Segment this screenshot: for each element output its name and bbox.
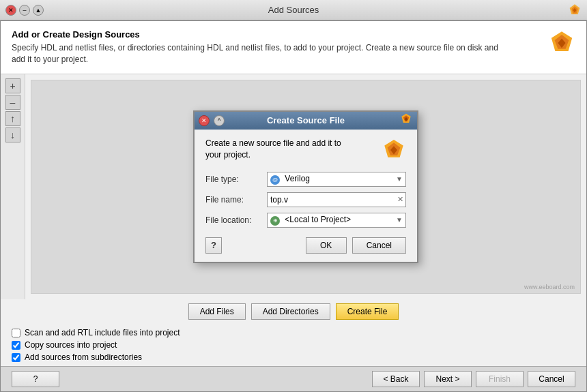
scan-rtl-row: Scan and add RTL include files into proj… [12, 328, 575, 337]
file-type-value: Verilog [285, 174, 310, 183]
file-type-control: @ Verilog ▼ [267, 172, 406, 187]
close-button[interactable]: ✕ [5, 5, 16, 16]
bottom-right-buttons: < Back Next > Finish Cancel [372, 371, 575, 387]
file-type-select[interactable]: @ Verilog ▼ [267, 172, 406, 187]
create-source-dialog: ✕ ^ Create Source File [193, 110, 418, 263]
verilog-icon: @ [270, 175, 280, 185]
file-location-select[interactable]: ⊕ <Local to Project> ▼ [267, 213, 406, 228]
dialog-description-text: Create a new source file and add it to y… [205, 138, 356, 161]
remove-file-toolbar-button[interactable]: – [5, 95, 20, 110]
file-name-row: File name: ✕ [205, 192, 406, 207]
dialog-med-logo [382, 138, 406, 162]
dialog-close-button[interactable]: ✕ [199, 115, 210, 126]
dialog-minimize-button[interactable]: ^ [214, 115, 225, 126]
content-area: + – ↑ ↓ www.eeboard.com ✕ ^ Create Sourc… [1, 74, 586, 299]
file-location-label: File location: [205, 215, 267, 225]
finish-button[interactable]: Finish [476, 371, 524, 387]
bottom-help-button[interactable]: ? [12, 371, 59, 387]
copy-sources-checkbox[interactable] [12, 341, 20, 350]
file-name-clear-button[interactable]: ✕ [395, 194, 405, 205]
header-logo [548, 29, 575, 57]
dialog-buttons: ? OK Cancel [205, 237, 406, 254]
dialog-btn-group: OK Cancel [306, 237, 406, 254]
dialog-ok-button[interactable]: OK [306, 237, 347, 254]
dialog-logo [399, 112, 413, 128]
dialog-description-area: Create a new source file and add it to y… [205, 138, 406, 162]
file-location-control: ⊕ <Local to Project> ▼ [267, 213, 406, 228]
toolbar: + – ↑ ↓ [1, 74, 25, 299]
file-name-input-wrap: ✕ [267, 192, 406, 207]
modal-overlay: ✕ ^ Create Source File [31, 80, 580, 293]
file-list-area: www.eeboard.com ✕ ^ Create Source File [31, 80, 581, 294]
dialog-cancel-button[interactable]: Cancel [352, 237, 406, 254]
add-subdirs-label[interactable]: Add sources from subdirectories [25, 352, 142, 362]
cancel-button[interactable]: Cancel [528, 371, 575, 387]
title-bar: ✕ – ▲ Add Sources [0, 0, 587, 20]
header-description: Specify HDL and netlist files, or direct… [12, 42, 503, 65]
file-name-control: ✕ [267, 192, 406, 207]
header-section: Add or Create Design Sources Specify HDL… [1, 21, 586, 74]
add-file-toolbar-button[interactable]: + [5, 78, 20, 93]
add-files-button[interactable]: Add Files [188, 303, 246, 320]
add-directories-button[interactable]: Add Directories [251, 303, 330, 320]
checkboxes-section: Scan and add RTL include files into proj… [1, 324, 586, 366]
file-location-arrow: ▼ [396, 216, 403, 224]
add-subdirs-checkbox[interactable] [12, 353, 20, 362]
file-location-row: File location: ⊕ <Local to Project> ▼ [205, 213, 406, 228]
copy-sources-row: Copy sources into project [12, 340, 575, 350]
copy-sources-label[interactable]: Copy sources into project [25, 340, 117, 350]
window-title: Add Sources [268, 5, 319, 15]
dialog-body: Add or Create Design Sources Specify HDL… [0, 20, 587, 392]
dialog-title: Create Source File [267, 115, 345, 125]
file-type-label: File type: [205, 175, 267, 184]
dialog-help-button[interactable]: ? [205, 237, 222, 254]
file-type-arrow: ▼ [396, 175, 403, 183]
file-location-value: <Local to Project> [285, 215, 351, 224]
dialog-title-bar: ✕ ^ Create Source File [195, 112, 417, 130]
header-text: Add or Create Design Sources Specify HDL… [12, 29, 503, 65]
bottom-bar: ? < Back Next > Finish Cancel [1, 366, 586, 391]
add-subdirs-row: Add sources from subdirectories [12, 352, 575, 362]
create-file-button[interactable]: Create File [336, 303, 399, 320]
dialog-inner: Create a new source file and add it to y… [195, 130, 417, 262]
move-down-toolbar-button[interactable]: ↓ [5, 127, 20, 142]
next-button[interactable]: Next > [424, 371, 472, 387]
title-bar-controls: ✕ – ▲ [5, 5, 44, 16]
file-type-row: File type: @ Verilog ▼ [205, 172, 406, 187]
header-title: Add or Create Design Sources [12, 29, 503, 40]
location-icon: ⊕ [270, 216, 280, 226]
file-name-input[interactable] [268, 193, 395, 207]
scan-rtl-checkbox[interactable] [12, 329, 20, 337]
scan-rtl-label[interactable]: Scan and add RTL include files into proj… [25, 328, 180, 337]
back-button[interactable]: < Back [372, 371, 420, 387]
minimize-button[interactable]: – [19, 5, 30, 16]
file-name-label: File name: [205, 195, 267, 205]
action-buttons-row: Add Files Add Directories Create File [1, 299, 586, 324]
move-up-toolbar-button[interactable]: ↑ [5, 111, 20, 126]
vivado-logo [568, 3, 582, 17]
maximize-button[interactable]: ▲ [33, 5, 44, 16]
